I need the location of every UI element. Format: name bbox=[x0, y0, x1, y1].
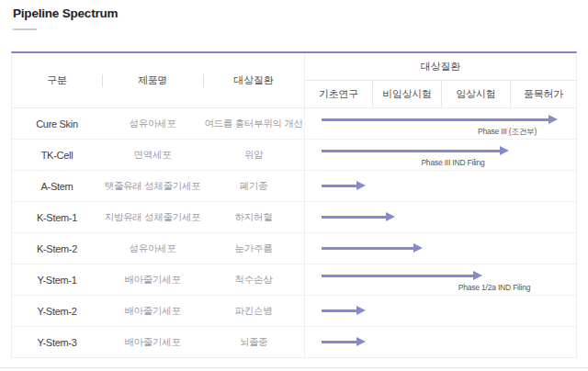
progress-arrow bbox=[322, 243, 423, 253]
row-product: 배아줄기세포 bbox=[102, 296, 203, 326]
row-disease: 위암 bbox=[203, 140, 304, 170]
row-progress-track bbox=[304, 296, 576, 326]
table-row: K-Stem-2 섬유아세포 눈가주름 bbox=[12, 233, 576, 264]
progress-arrow-shaft bbox=[322, 341, 358, 343]
row-progress-track bbox=[304, 327, 576, 358]
row-category: Y-Stem-3 bbox=[12, 327, 102, 358]
row-category: Y-Stem-2 bbox=[12, 296, 102, 326]
progress-arrow-head bbox=[356, 306, 366, 315]
row-disease: 뇌졸중 bbox=[203, 327, 304, 358]
progress-arrow bbox=[322, 181, 366, 191]
stage-col-approval: 품목허가 bbox=[510, 81, 576, 107]
table-row: TK-Cell 면역세포 위암 Phase III IND Filing bbox=[12, 140, 576, 171]
progress-arrow-shaft bbox=[322, 275, 475, 277]
column-header-category: 구분 bbox=[12, 53, 102, 107]
title-underline bbox=[13, 28, 37, 30]
progress-arrow-head bbox=[413, 243, 423, 253]
progress-arrow bbox=[322, 212, 395, 222]
table-header: 구분 제품명 대상질환 대상질환 기초연구 비임상시험 임상시험 품목허가 bbox=[12, 53, 576, 108]
row-product: 섬유아세포 bbox=[102, 233, 203, 264]
column-header-disease: 대상질환 bbox=[203, 53, 304, 107]
header-separator bbox=[102, 74, 103, 87]
progress-arrow-shaft bbox=[322, 118, 550, 121]
row-disease: 눈가주름 bbox=[203, 233, 304, 264]
row-progress-track: Phase 1/2a IND Filing bbox=[304, 264, 576, 295]
progress-arrow-head bbox=[500, 146, 509, 155]
table-row: K-Stem-1 지방유래 성체줄기세포 하지허혈 bbox=[12, 202, 576, 233]
progress-arrow-head bbox=[548, 115, 558, 124]
table-header-left: 구분 제품명 대상질환 bbox=[12, 53, 304, 107]
progress-arrow-head bbox=[386, 212, 395, 221]
progress-arrow-head bbox=[473, 271, 482, 280]
table-row: Y-Stem-3 배아줄기세포 뇌졸중 bbox=[12, 327, 576, 358]
stage-col-nonclinical: 비임상시험 bbox=[372, 81, 441, 107]
progress-arrow-head bbox=[356, 181, 366, 190]
progress-arrow bbox=[322, 271, 482, 281]
table-row: Y-Stem-2 배아줄기세포 파킨슨병 bbox=[12, 296, 576, 327]
row-disease: 하지허혈 bbox=[203, 202, 304, 232]
row-disease: 척수손상 bbox=[203, 264, 304, 295]
row-progress-track bbox=[304, 202, 576, 232]
pipeline-table: 구분 제품명 대상질환 대상질환 기초연구 비임상시험 임상시험 품목허가 Cu… bbox=[11, 51, 577, 358]
stage-col-basic-research: 기초연구 bbox=[305, 81, 372, 107]
table-header-stages: 대상질환 기초연구 비임상시험 임상시험 품목허가 bbox=[304, 53, 576, 107]
progress-arrow-shaft bbox=[322, 216, 388, 219]
row-product: 섬유아세포 bbox=[102, 108, 203, 139]
progress-arrow bbox=[322, 115, 558, 125]
row-progress-track bbox=[304, 171, 576, 201]
progress-arrow-shaft bbox=[322, 185, 358, 187]
table-body: Cure Skin 섬유아세포 여드름 흉터부위의 개선 Phase III (… bbox=[12, 108, 576, 358]
row-progress-track: Phase III IND Filing bbox=[304, 140, 576, 170]
page-title: Pipeline Spectrum bbox=[13, 6, 118, 20]
phase-label: Phase 1/2a IND Filing bbox=[458, 283, 530, 292]
row-category: K-Stem-1 bbox=[12, 202, 102, 232]
row-progress-track: Phase III (조건부) bbox=[304, 108, 576, 139]
row-category: Cure Skin bbox=[12, 108, 102, 139]
row-product: 탯줄유래 성체줄기세포 bbox=[102, 171, 203, 201]
phase-label: Phase III IND Filing bbox=[421, 158, 484, 167]
row-product: 배아줄기세포 bbox=[102, 327, 203, 358]
progress-arrow-head bbox=[356, 337, 366, 346]
row-product: 배아줄기세포 bbox=[102, 264, 203, 295]
row-product: 지방유래 성체줄기세포 bbox=[102, 202, 203, 232]
column-header-product: 제품명 bbox=[102, 53, 203, 107]
row-disease: 여드름 흉터부위의 개선 bbox=[203, 108, 304, 139]
row-category: Y-Stem-1 bbox=[12, 264, 102, 295]
progress-arrow-shaft bbox=[322, 150, 502, 152]
row-category: A-Stem bbox=[12, 171, 102, 201]
table-row: Y-Stem-1 배아줄기세포 척수손상 Phase 1/2a IND Fili… bbox=[12, 264, 576, 296]
progress-arrow bbox=[322, 337, 366, 347]
row-category: TK-Cell bbox=[12, 140, 102, 170]
phase-label: Phase III (조건부) bbox=[478, 127, 537, 138]
progress-arrow bbox=[322, 146, 509, 156]
row-product: 면역세포 bbox=[102, 140, 203, 170]
progress-arrow-shaft bbox=[322, 309, 358, 312]
row-disease: 폐기종 bbox=[203, 171, 304, 201]
page-bottom-divider bbox=[0, 367, 588, 368]
progress-arrow bbox=[322, 306, 366, 316]
row-progress-track bbox=[304, 233, 576, 264]
progress-arrow-shaft bbox=[322, 247, 415, 250]
table-row: A-Stem 탯줄유래 성체줄기세포 폐기종 bbox=[12, 171, 576, 202]
table-row: Cure Skin 섬유아세포 여드름 흉터부위의 개선 Phase III (… bbox=[12, 108, 576, 140]
stage-group-header: 대상질환 bbox=[305, 53, 576, 81]
header-separator bbox=[203, 74, 204, 87]
stage-col-clinical: 임상시험 bbox=[441, 81, 510, 107]
row-disease: 파킨슨병 bbox=[203, 296, 304, 326]
row-category: K-Stem-2 bbox=[12, 233, 102, 264]
